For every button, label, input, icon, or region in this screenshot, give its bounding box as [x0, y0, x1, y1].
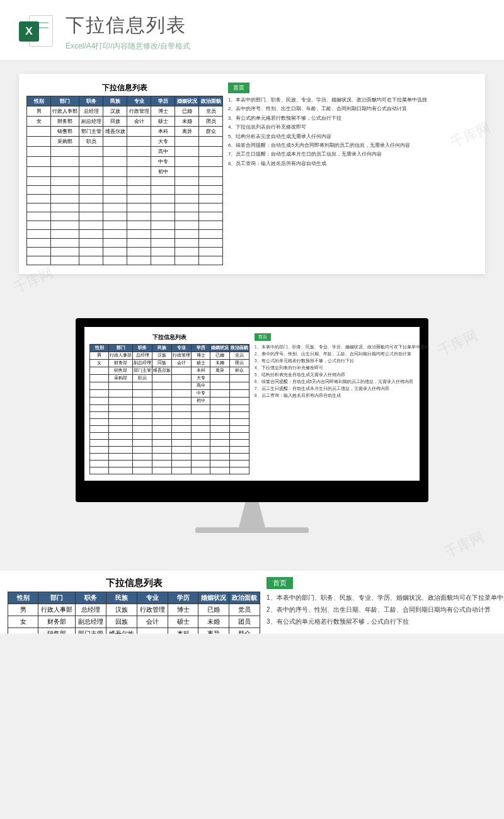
table-cell[interactable]	[27, 127, 51, 137]
table-cell[interactable]	[192, 412, 210, 419]
table-cell[interactable]	[133, 412, 152, 419]
table-cell[interactable]	[90, 367, 109, 375]
table-cell[interactable]	[210, 390, 230, 398]
table-cell[interactable]	[90, 433, 109, 440]
table-cell[interactable]	[127, 221, 151, 230]
table-cell[interactable]	[103, 212, 127, 221]
table-cell[interactable]: 硕士	[168, 616, 198, 628]
table-cell[interactable]	[199, 239, 223, 248]
table-cell[interactable]	[8, 628, 38, 634]
table-cell[interactable]: 团员	[199, 117, 223, 127]
table-cell[interactable]	[199, 212, 223, 221]
table-cell[interactable]	[127, 177, 151, 186]
table-cell[interactable]	[51, 248, 79, 256]
table-cell[interactable]: 党员	[229, 604, 260, 616]
table-cell[interactable]	[90, 390, 109, 398]
table-cell[interactable]	[210, 405, 230, 412]
table-cell[interactable]: 会计	[137, 616, 168, 628]
table-cell[interactable]	[175, 186, 199, 195]
table-cell[interactable]	[79, 195, 103, 203]
table-cell[interactable]	[103, 256, 127, 265]
table-cell[interactable]: 团员	[229, 616, 260, 628]
table-cell[interactable]: 行政人事部	[38, 604, 76, 616]
table-cell[interactable]	[199, 157, 223, 167]
table-cell[interactable]: 硕士	[192, 360, 210, 367]
table-cell[interactable]	[79, 212, 103, 221]
table-cell[interactable]	[172, 419, 192, 426]
table-cell[interactable]	[172, 375, 192, 382]
table-cell[interactable]	[172, 440, 192, 447]
table-cell[interactable]	[127, 256, 151, 265]
table-cell[interactable]	[172, 461, 192, 467]
table-cell[interactable]	[103, 203, 127, 212]
table-cell[interactable]	[103, 167, 127, 177]
table-cell[interactable]	[210, 426, 230, 433]
table-cell[interactable]: 会计	[127, 117, 151, 127]
table-cell[interactable]	[175, 177, 199, 186]
table-cell[interactable]	[210, 467, 230, 474]
table-cell[interactable]	[199, 248, 223, 256]
table-cell[interactable]	[151, 203, 175, 212]
table-cell[interactable]	[90, 467, 109, 474]
table-cell[interactable]	[90, 426, 109, 433]
table-cell[interactable]	[175, 167, 199, 177]
table-cell[interactable]	[192, 440, 210, 447]
table-cell[interactable]	[175, 195, 199, 203]
table-cell[interactable]	[103, 177, 127, 186]
table-cell[interactable]: 离异	[198, 628, 229, 634]
table-cell[interactable]: 总经理	[76, 604, 106, 616]
table-cell[interactable]	[172, 367, 192, 375]
table-cell[interactable]	[127, 127, 151, 137]
table-cell[interactable]	[51, 230, 79, 239]
table-cell[interactable]	[109, 454, 133, 461]
table-cell[interactable]: 行政管理	[172, 352, 192, 360]
table-cell[interactable]	[175, 239, 199, 248]
table-cell[interactable]	[127, 203, 151, 212]
table-cell[interactable]: 群众	[199, 127, 223, 137]
table-cell[interactable]	[27, 248, 51, 256]
table-cell[interactable]	[151, 248, 175, 256]
table-cell[interactable]	[133, 405, 152, 412]
table-cell[interactable]	[133, 467, 152, 474]
table-cell[interactable]: 本科	[192, 367, 210, 375]
table-cell[interactable]: 男	[27, 106, 51, 117]
table-cell[interactable]	[27, 195, 51, 203]
table-cell[interactable]	[90, 419, 109, 426]
table-cell[interactable]	[172, 454, 192, 461]
table-cell[interactable]	[152, 382, 172, 390]
table-cell[interactable]	[79, 186, 103, 195]
table-cell[interactable]	[230, 461, 249, 467]
table-cell[interactable]	[151, 195, 175, 203]
table-cell[interactable]: 回族	[106, 616, 137, 628]
table-cell[interactable]: 行政管理	[137, 604, 168, 616]
table-cell[interactable]	[230, 375, 249, 382]
table-cell[interactable]	[172, 467, 192, 474]
table-cell[interactable]	[133, 440, 152, 447]
table-cell[interactable]: 大专	[151, 137, 175, 147]
template-preview-large[interactable]: 下拉信息列表 性别部门职务民族专业学历婚姻状况政治面貌男行政人事部总经理汉族行政…	[19, 74, 485, 274]
table-cell[interactable]	[51, 177, 79, 186]
table-cell[interactable]: 行政人事部	[51, 106, 79, 117]
table-cell[interactable]	[151, 186, 175, 195]
table-cell[interactable]: 女	[8, 616, 38, 628]
table-cell[interactable]	[133, 447, 152, 454]
table-cell[interactable]	[133, 419, 152, 426]
table-cell[interactable]: 副总经理	[76, 616, 106, 628]
table-cell[interactable]	[27, 212, 51, 221]
table-cell[interactable]	[152, 405, 172, 412]
table-cell[interactable]	[230, 405, 249, 412]
table-cell[interactable]	[192, 419, 210, 426]
table-cell[interactable]	[175, 203, 199, 212]
table-cell[interactable]	[79, 221, 103, 230]
table-cell[interactable]	[109, 447, 133, 454]
table-cell[interactable]	[230, 426, 249, 433]
table-cell[interactable]: 初中	[192, 398, 210, 405]
table-cell[interactable]	[199, 256, 223, 265]
table-cell[interactable]	[199, 230, 223, 239]
table-cell[interactable]: 女	[27, 117, 51, 127]
table-cell[interactable]: 职员	[79, 137, 103, 147]
table-cell[interactable]	[127, 167, 151, 177]
table-cell[interactable]	[210, 419, 230, 426]
table-cell[interactable]	[172, 412, 192, 419]
table-cell[interactable]: 总经理	[79, 106, 103, 117]
